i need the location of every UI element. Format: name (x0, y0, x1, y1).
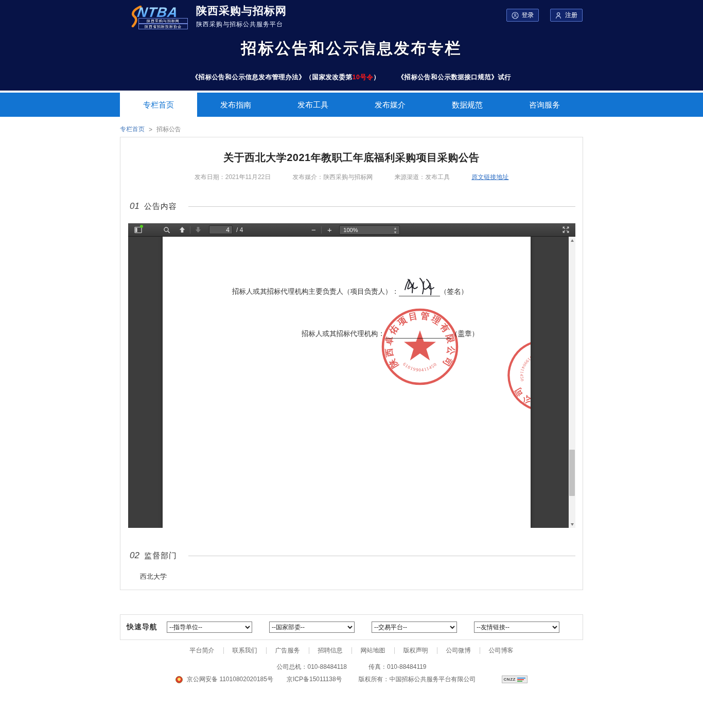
section2-rule (188, 556, 575, 556)
triangle-up-icon (571, 239, 574, 242)
tab-publish-guide[interactable]: 发布指南 (197, 93, 274, 117)
footer-link-weibo[interactable]: 公司微博 (437, 647, 480, 654)
quick-nav-select-platforms[interactable]: --交易平台-- (372, 622, 457, 633)
arrow-up-icon (179, 226, 186, 233)
signature-image (400, 275, 438, 298)
site-names: 陕西采购与招标网 陕西采购与招标公共服务平台 (196, 4, 287, 29)
section-head-announcement: 01 公告内容 (130, 201, 575, 211)
meta-source-label: 来源渠道： (394, 173, 425, 181)
login-button[interactable]: 登录 (506, 9, 539, 22)
login-user-icon (512, 12, 519, 19)
quick-nav-label: 快速导航 (127, 623, 157, 632)
footer-link-blog[interactable]: 公司博客 (480, 647, 522, 654)
section2-title: 监督部门 (144, 551, 177, 561)
signature-slot (399, 288, 440, 296)
fullscreen-button[interactable] (560, 225, 571, 235)
triangle-down-icon (571, 523, 574, 526)
pdf-viewer: / 4 − + 100% ▲▼ (128, 223, 575, 528)
quick-nav-select-friend-links[interactable]: --友情链接-- (474, 622, 559, 633)
scroll-down-button[interactable] (569, 521, 575, 528)
footer-links: 平台简介 联系我们 广告服务 招聘信息 网站地图 版权声明 公司微博 公司博客 (0, 647, 703, 654)
cnzz-stripes-icon (517, 678, 525, 682)
article-meta: 发布日期：2021年11月22日 发布媒介：陕西采购与招标网 来源渠道：发布工具… (120, 173, 583, 182)
quick-nav-select-ministries[interactable]: --国家部委-- (269, 622, 355, 633)
scroll-up-button[interactable] (569, 237, 575, 244)
sidebar-notification-dot (140, 225, 143, 228)
footer-copyright-value: 中国招标公共服务平台有限公司 (390, 676, 476, 683)
breadcrumb-separator: > (149, 126, 152, 133)
cnzz-badge[interactable]: CNZZ (502, 676, 528, 683)
banner-links: 《招标公告和公示信息发布管理办法》（国家发改委第10号令） 《招标公告和公示数据… (0, 73, 703, 82)
doc-line1-suffix: （签名） (440, 287, 468, 296)
next-page-button[interactable] (192, 225, 204, 235)
footer-link-ad-service[interactable]: 广告服务 (266, 647, 309, 654)
pdf-scrollbar[interactable] (569, 237, 575, 528)
nav-inner: 专栏首页 发布指南 发布工具 发布媒介 数据规范 咨询服务 (120, 93, 583, 117)
logo-badge-line2: 陕西省招标投标协会 (138, 24, 188, 29)
doc-signature-line: 招标人或其招标代理机构主要负责人（项目负责人）： (232, 287, 468, 296)
meta-media-value: 陕西采购与招标网 (323, 173, 373, 181)
previous-page-button[interactable] (177, 225, 188, 235)
register-button[interactable]: 注册 (550, 9, 583, 22)
footer-copyright-label: 版权所有： (359, 676, 390, 683)
banner-link-spec[interactable]: 《招标公告和公示数据接口规范》试行 (397, 73, 511, 82)
footer-phone: 公司总机：010-88484118 (276, 663, 347, 671)
footer: 平台简介 联系我们 广告服务 招聘信息 网站地图 版权声明 公司微博 公司博客 … (0, 647, 703, 684)
police-record[interactable]: 京公网安备 11010802020185号 (187, 675, 273, 684)
header-top: NTBA 陕西采购与招标网 陕西省招标投标协会 陕西采购与招标网 陕西采购与招标… (0, 0, 703, 30)
tab-data-spec[interactable]: 数据规范 (429, 93, 506, 117)
auth-buttons: 登录 注册 (506, 9, 583, 22)
footer-fax: 传真：010-88484119 (368, 663, 427, 671)
zoom-level-value: 100% (343, 227, 358, 233)
search-button[interactable] (161, 225, 172, 235)
banner-link1-post: ） (373, 74, 380, 81)
tab-publish-media[interactable]: 发布媒介 (351, 93, 429, 117)
breadcrumb-home[interactable]: 专栏首页 (120, 125, 145, 134)
footer-link-recruitment[interactable]: 招聘信息 (309, 647, 351, 654)
zoom-out-button[interactable]: − (308, 225, 319, 234)
company-stamp: 陕西卓佑项目管理有限公司 6101990411450 (379, 306, 461, 388)
tab-column-home[interactable]: 专栏首页 (120, 93, 197, 117)
quick-nav-select-guidance[interactable]: --指导单位-- (167, 622, 252, 633)
origin-link[interactable]: 原文链接地址 (471, 173, 508, 182)
banner-link1-highlight: 10号令 (353, 74, 374, 81)
article-title: 关于西北大学2021年教职工年底福利采购项目采购公告 (120, 151, 583, 165)
doc-line2-label: 招标人或其招标代理机构： (302, 329, 385, 339)
breadcrumb-current: 招标公告 (156, 125, 181, 134)
footer-copyright: 版权所有：中国招标公共服务平台有限公司 (359, 675, 476, 684)
footer-link-sitemap[interactable]: 网站地图 (351, 647, 394, 654)
zoom-in-button[interactable]: + (324, 225, 335, 234)
login-label: 登录 (522, 11, 534, 20)
page-number-input[interactable] (209, 225, 233, 234)
scrollbar-thumb[interactable] (569, 450, 575, 496)
banner-link-regulation[interactable]: 《招标公告和公示信息发布管理办法》（国家发改委第10号令） (192, 73, 380, 82)
icp-record[interactable]: 京ICP备15011138号 (287, 675, 342, 684)
meta-date-label: 发布日期： (195, 173, 225, 181)
arrow-down-icon (195, 226, 202, 233)
section-head-supervisor: 02 监督部门 (130, 551, 575, 561)
zoom-caret-icon: ▲▼ (393, 226, 397, 235)
zoom-level-select[interactable]: 100% ▲▼ (339, 225, 400, 235)
site-logo[interactable]: NTBA 陕西采购与招标网 陕西省招标投标协会 陕西采购与招标网 陕西采购与招标… (130, 4, 287, 29)
partial-stamp: 陕西卓佑项目管理有限公司 6101990411450 (491, 324, 531, 428)
meta-source-channel: 来源渠道：发布工具 (394, 173, 450, 182)
tab-consult-service[interactable]: 咨询服务 (506, 93, 583, 117)
page-total-label: / 4 (236, 226, 243, 234)
sidebar-toggle-button[interactable] (132, 225, 144, 235)
meta-publish-date: 发布日期：2021年11月22日 (195, 173, 271, 182)
cnzz-label: CNZZ (504, 677, 516, 682)
meta-media-label: 发布媒介： (292, 173, 323, 181)
footer-link-platform-intro[interactable]: 平台简介 (181, 647, 223, 654)
pdf-page: 招标人或其招标代理机构主要负责人（项目负责人）： (163, 237, 531, 528)
meta-publish-media: 发布媒介：陕西采购与招标网 (292, 173, 373, 182)
meta-date-value: 2021年11月22日 (225, 173, 271, 181)
tab-publish-tools[interactable]: 发布工具 (274, 93, 351, 117)
pdf-toolbar: / 4 − + 100% ▲▼ (128, 223, 575, 237)
doc-line1-label: 招标人或其招标代理机构主要负责人（项目负责人）： (232, 287, 399, 296)
footer-link-copyright-statement[interactable]: 版权声明 (394, 647, 437, 654)
meta-source-value: 发布工具 (425, 173, 450, 181)
supervisor-name: 西北大学 (140, 572, 583, 581)
footer-link-contact-us[interactable]: 联系我们 (223, 647, 266, 654)
logo-badge-line1: 陕西采购与招标网 (138, 18, 188, 24)
footer-phone-label: 公司总机： (276, 663, 307, 670)
